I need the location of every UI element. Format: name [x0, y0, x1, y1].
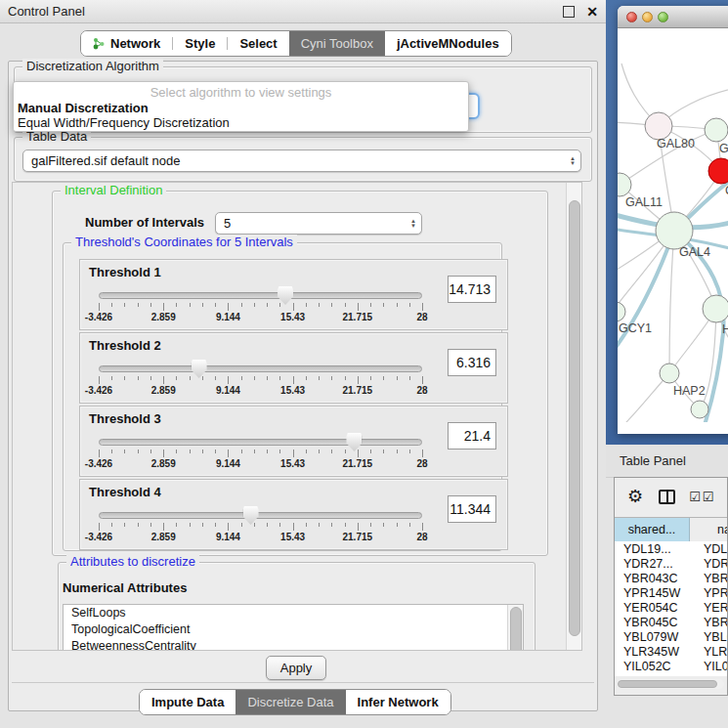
- cell-name[interactable]: YBR0: [690, 616, 728, 629]
- cell-name[interactable]: YER0: [690, 601, 728, 615]
- tick-mark: [306, 523, 307, 527]
- cell-shared-name[interactable]: YBR045C: [615, 616, 690, 629]
- tick-mark: [190, 523, 191, 527]
- network-node[interactable]: [660, 364, 679, 383]
- scrollbar-thumb[interactable]: [569, 200, 580, 636]
- table-row[interactable]: YBR043CYBR0: [615, 571, 728, 585]
- network-node[interactable]: [691, 401, 708, 418]
- list-item[interactable]: BetweennessCentrality: [64, 638, 523, 651]
- tick-mark: [202, 450, 203, 453]
- network-node[interactable]: [703, 295, 728, 322]
- tick-label: 2.859: [151, 458, 176, 469]
- tab-cyni-toolbox[interactable]: Cyni Toolbox: [289, 31, 385, 56]
- table-row[interactable]: YBR045CYBR0: [615, 615, 728, 629]
- list-scrollbar[interactable]: [507, 605, 523, 651]
- tick-mark: [293, 523, 294, 531]
- cell-name[interactable]: YPR1: [690, 586, 728, 600]
- tab-jactivemnodules[interactable]: jActiveMNodules: [385, 31, 511, 56]
- cell-shared-name[interactable]: YBL079W: [615, 630, 690, 644]
- threshold-value-field[interactable]: 21.4: [448, 422, 496, 450]
- threshold-slider[interactable]: [99, 292, 422, 300]
- cell-name[interactable]: YLR3: [690, 645, 728, 659]
- apply-button[interactable]: Apply: [266, 656, 326, 680]
- list-item[interactable]: TopologicalCoefficient: [64, 621, 523, 638]
- cell-shared-name[interactable]: YIL052C: [615, 660, 690, 673]
- list-item[interactable]: SelfLoops: [64, 605, 523, 621]
- table-data-combobox[interactable]: galFiltered.sif default node ▲▼: [22, 150, 581, 172]
- tick-mark: [138, 450, 139, 453]
- cell-shared-name[interactable]: YBR043C: [615, 572, 690, 585]
- threshold-value-field[interactable]: 11.344: [448, 495, 496, 523]
- slider-track[interactable]: [99, 512, 422, 519]
- table-row[interactable]: YIL052CYIL0: [615, 659, 728, 673]
- apply-button-label: Apply: [280, 661, 313, 675]
- tab-network[interactable]: Network: [81, 31, 172, 56]
- tab-infer-network[interactable]: Infer Network: [346, 690, 450, 714]
- cell-name[interactable]: YBR0: [690, 572, 728, 585]
- cell-name[interactable]: YIL0: [690, 660, 728, 673]
- cell-name[interactable]: YDR2: [690, 557, 728, 571]
- slider-track[interactable]: [99, 292, 422, 299]
- column-header-shared-name[interactable]: shared...: [615, 518, 690, 541]
- split-columns-icon[interactable]: [659, 490, 675, 504]
- network-canvas[interactable]: GAL80GCGAL11GAL4GCY1HHAP2: [618, 28, 728, 422]
- network-node[interactable]: [618, 302, 625, 321]
- threshold-slider[interactable]: [99, 439, 422, 447]
- close-icon[interactable]: ✕: [586, 4, 598, 20]
- column-header-name[interactable]: na: [690, 518, 728, 541]
- threshold-value-field[interactable]: 6.316: [448, 349, 496, 376]
- table-hscrollbar[interactable]: [617, 679, 724, 689]
- network-node[interactable]: [708, 158, 728, 184]
- number-of-intervals-combobox[interactable]: 5 ▲▼: [215, 212, 422, 235]
- window-minimize-button[interactable]: [642, 12, 653, 22]
- network-window[interactable]: GAL80GCGAL11GAL4GCY1HHAP2: [618, 6, 728, 434]
- settings-scrollbar[interactable]: [566, 183, 581, 650]
- checkbox-icons[interactable]: ☑☑: [689, 490, 715, 504]
- table-row[interactable]: YBL079WYBL0: [615, 629, 728, 644]
- tab-select[interactable]: Select: [228, 31, 288, 56]
- table-row[interactable]: YDR27...YDR2: [615, 556, 728, 571]
- tick-mark: [163, 376, 164, 384]
- table-row[interactable]: YLR345WYLR3: [615, 644, 728, 659]
- cell-shared-name[interactable]: YDL19...: [615, 542, 690, 556]
- tab-impute-data[interactable]: Impute Data: [140, 690, 236, 714]
- tick-mark: [331, 523, 332, 527]
- menu-item-manual-discretization[interactable]: Manual Discretization: [18, 101, 149, 115]
- cell-shared-name[interactable]: YPR145W: [615, 586, 690, 600]
- menu-item-equal-width-frequency[interactable]: Equal Width/Frequency Discretization: [18, 115, 230, 130]
- network-node[interactable]: [645, 112, 672, 140]
- table-row[interactable]: YER054CYER0: [615, 600, 728, 615]
- window-close-button[interactable]: [626, 12, 637, 22]
- window-zoom-button[interactable]: [658, 12, 668, 22]
- scrollbar-thumb[interactable]: [618, 680, 717, 688]
- cell-shared-name[interactable]: YDR27...: [615, 557, 690, 571]
- tab-style[interactable]: Style: [173, 31, 227, 56]
- float-window-icon[interactable]: [563, 6, 575, 18]
- table-panel-titlebar: Table Panel: [606, 445, 728, 478]
- tick-mark: [370, 376, 371, 380]
- numerical-attributes-list[interactable]: SelfLoopsTopologicalCoefficientBetweenne…: [63, 604, 524, 651]
- tab-discretize-data[interactable]: Discretize Data: [236, 690, 345, 714]
- slider-track[interactable]: [99, 365, 422, 372]
- cell-shared-name[interactable]: YER054C: [615, 601, 690, 615]
- threshold-value-field[interactable]: 14.713: [448, 276, 496, 303]
- cell-shared-name[interactable]: YLR345W: [615, 645, 690, 659]
- tick-label: 21.715: [343, 385, 373, 396]
- tick-mark: [358, 450, 359, 457]
- table-row[interactable]: YDL19...YDL1: [615, 541, 728, 556]
- tick-mark: [267, 303, 268, 307]
- threshold-panel: Threshold 4 -3.4262.8599.14415.4321.7152…: [79, 479, 508, 550]
- table-row[interactable]: YPR145WYPR1: [615, 585, 728, 600]
- slider-track[interactable]: [99, 439, 422, 446]
- tick-label: 28: [416, 532, 427, 542]
- threshold-slider[interactable]: [99, 365, 422, 373]
- gear-icon[interactable]: ⚙: [627, 486, 643, 507]
- cell-name[interactable]: YDL1: [690, 542, 728, 556]
- cell-name[interactable]: YBL0: [690, 630, 728, 644]
- network-node[interactable]: [656, 212, 693, 249]
- threshold-label: Threshold 4: [89, 485, 161, 499]
- tab-label: Infer Network: [358, 695, 439, 709]
- threshold-slider[interactable]: [99, 512, 422, 520]
- scrollbar-thumb[interactable]: [510, 607, 522, 651]
- network-node[interactable]: [705, 118, 728, 142]
